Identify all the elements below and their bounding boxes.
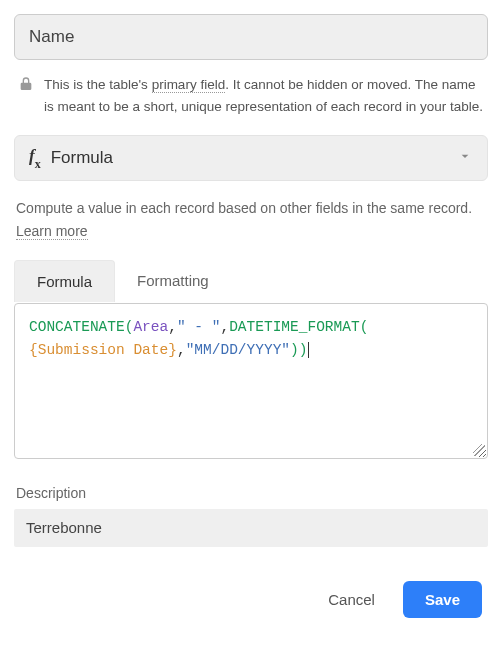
field-type-label: Formula: [51, 148, 457, 168]
formula-token-comma: ,: [168, 319, 177, 335]
field-type-select[interactable]: fx Formula: [14, 135, 488, 181]
lock-icon: [18, 76, 34, 92]
formula-token-comma: ,: [177, 342, 186, 358]
chevron-down-icon: [457, 148, 473, 168]
field-type-description: Compute a value in each record based on …: [14, 181, 488, 242]
text-caret: [308, 342, 309, 358]
dialog-footer: Cancel Save: [14, 547, 488, 618]
learn-more-link[interactable]: Learn more: [16, 223, 88, 240]
formula-token-paren: ): [299, 342, 308, 358]
helper-prefix: This is the table's: [44, 77, 152, 92]
save-button[interactable]: Save: [403, 581, 482, 618]
formula-token-comma: ,: [220, 319, 229, 335]
config-tabs: Formula Formatting: [14, 260, 488, 303]
formula-token-paren: (: [360, 319, 369, 335]
formula-token-fn: DATETIME_FORMAT: [229, 319, 360, 335]
description-input[interactable]: [14, 509, 488, 547]
field-name-input[interactable]: [14, 14, 488, 60]
primary-field-link[interactable]: primary field: [152, 77, 226, 93]
cancel-button[interactable]: Cancel: [322, 590, 381, 609]
tab-formula[interactable]: Formula: [14, 260, 115, 302]
spacer: [14, 459, 488, 485]
primary-field-helper-text: This is the table's primary field. It ca…: [44, 74, 484, 117]
formula-token-ref: Area: [133, 319, 168, 335]
type-desc-text: Compute a value in each record based on …: [16, 200, 472, 216]
field-config-panel: This is the table's primary field. It ca…: [0, 0, 502, 638]
resize-handle-icon[interactable]: [473, 444, 485, 456]
formula-editor[interactable]: CONCATENATE(Area," - ",DATETIME_FORMAT({…: [14, 303, 488, 459]
formula-token-brace: }: [168, 342, 177, 358]
formula-token-ref: Submission Date: [38, 342, 169, 358]
primary-field-helper: This is the table's primary field. It ca…: [14, 60, 488, 117]
tab-formatting[interactable]: Formatting: [115, 260, 231, 302]
formula-token-fn: CONCATENATE: [29, 319, 125, 335]
description-label: Description: [14, 485, 488, 509]
formula-token-brace: {: [29, 342, 38, 358]
formula-icon: fx: [29, 146, 41, 169]
formula-token-string: "MM/DD/YYYY": [186, 342, 290, 358]
formula-token-string: " - ": [177, 319, 221, 335]
formula-token-paren: ): [290, 342, 299, 358]
